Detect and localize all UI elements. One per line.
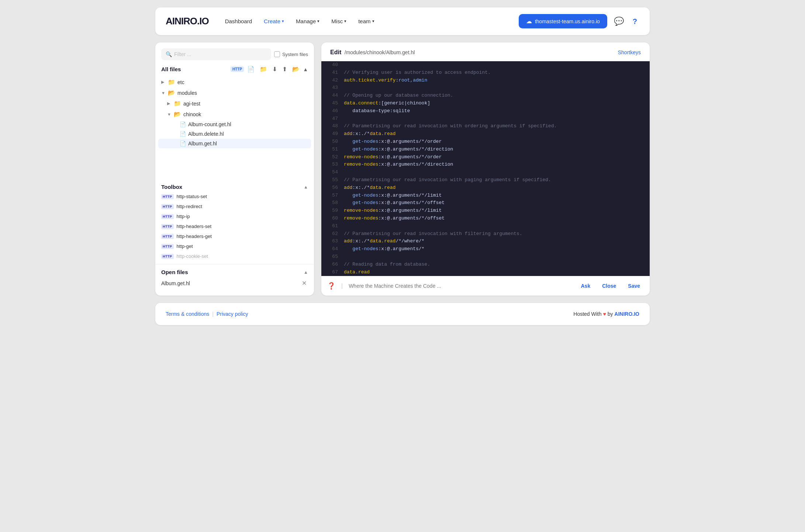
tree-item-chinook[interactable]: ▼ 📂 chinook [158, 109, 311, 120]
editor-header: Edit /modules/chinook/Album.get.hl Short… [321, 42, 650, 61]
collapse-all-button[interactable]: ▲ [303, 66, 308, 72]
new-file-button[interactable]: 📄 [245, 65, 256, 74]
file-icon: 📄 [180, 141, 186, 146]
code-line-66: 66 // Reading data from database. [321, 261, 650, 269]
toolbox-item-http-redirect[interactable]: HTTP http-redirect [158, 201, 311, 211]
upload-button[interactable]: ⬆ [280, 65, 289, 74]
help-button[interactable]: ? [630, 14, 639, 28]
privacy-link[interactable]: Privacy policy [217, 311, 248, 317]
code-line-40: 40 [321, 61, 650, 69]
folder-open-icon: 📂 [174, 111, 181, 118]
cloud-icon: ☁ [526, 18, 532, 25]
upload-folder-button[interactable]: 📂 [290, 65, 301, 74]
toolbox-collapse-button[interactable]: ▲ [304, 184, 308, 190]
toolbox-item-http-headers-set[interactable]: HTTP http-headers-set [158, 221, 311, 231]
sidebar-toolbar: All files HTTP 📄 📁 ⬇ ⬆ 📂 ▲ [155, 65, 314, 77]
code-line-54: 54 [321, 169, 650, 176]
open-files-section-header: Open files ▲ [155, 265, 314, 277]
code-table: 40 41 // Verifying user is authorized to… [321, 61, 650, 276]
nav-team[interactable]: team ▾ [354, 15, 379, 27]
http-badge: HTTP [161, 194, 174, 199]
tree-item-album-delete[interactable]: 📄 Album.delete.hl [158, 129, 311, 139]
code-line-53: 53 remove-nodes:x:@.arguments/*/directio… [321, 161, 650, 169]
nav-dashboard[interactable]: Dashboard [221, 15, 256, 27]
misc-chevron-icon: ▾ [344, 19, 346, 24]
http-badge: HTTP [161, 214, 174, 219]
editor-path: /modules/chinook/Album.get.hl [345, 49, 415, 55]
chat-button[interactable]: 💬 [612, 14, 626, 28]
close-button[interactable]: Close [598, 281, 620, 291]
search-icon: 🔍 [166, 51, 172, 57]
tree-item-etc[interactable]: ▶ 📁 etc [158, 77, 311, 87]
code-line-49: 49 add:x:./*data.read [321, 130, 650, 138]
code-line-64: 64 get-nodes:x:@.arguments/* [321, 245, 650, 253]
code-line-61: 61 [321, 222, 650, 230]
search-placeholder: Filter ... [174, 51, 191, 57]
ai-input[interactable] [349, 283, 573, 289]
folder-icon: 📂 [168, 89, 175, 96]
toolbox-item-http-headers-get[interactable]: HTTP http-headers-get [158, 231, 311, 241]
http-badge: HTTP [161, 224, 174, 229]
sidebar: 🔍 Filter ... System files All files HTTP… [155, 42, 314, 296]
footer-hosted: Hosted With ♥ by AINIRO.IO [573, 311, 639, 317]
folder-icon: 📁 [174, 100, 181, 107]
toolbox-section-header: Toolbox ▲ [155, 179, 314, 191]
etc-chevron-icon: ▶ [161, 80, 166, 84]
close-file-button[interactable]: ✕ [300, 280, 308, 287]
code-line-56: 56 add:x:./*data.read [321, 184, 650, 192]
terms-link[interactable]: Terms & conditions [166, 311, 209, 317]
nav: Dashboard Create ▾ Manage ▾ Misc ▾ team … [221, 15, 507, 27]
logo: AINIRO.IO [166, 15, 209, 27]
sidebar-search: 🔍 Filter ... System files [155, 48, 314, 65]
save-button[interactable]: Save [624, 281, 644, 291]
tree-item-album-count[interactable]: 📄 Album-count.get.hl [158, 120, 311, 129]
code-line-52: 52 remove-nodes:x:@.arguments/*/order [321, 153, 650, 161]
toolbox-item-http-ip[interactable]: HTTP http-ip [158, 211, 311, 221]
folder-icon: 📁 [168, 79, 175, 86]
search-box[interactable]: 🔍 Filter ... [161, 48, 271, 60]
system-files-checkbox[interactable] [274, 51, 280, 57]
http-badge: HTTP [161, 204, 174, 209]
code-line-46: 46 database-type:sqlite [321, 107, 650, 115]
code-line-60: 60 remove-nodes:x:@.arguments/*/offset [321, 215, 650, 222]
file-tree: ▶ 📁 etc ▼ 📂 modules ▶ 📁 agi-test [155, 77, 314, 179]
help-icon: ? [633, 17, 637, 25]
editor-title-area: Edit /modules/chinook/Album.get.hl [330, 49, 415, 56]
system-files-toggle[interactable]: System files [274, 51, 308, 57]
toolbox-item-http-status-set[interactable]: HTTP http-status-set [158, 191, 311, 201]
code-line-44: 44 // Opening up our database connection… [321, 92, 650, 100]
ask-button[interactable]: Ask [577, 281, 594, 291]
shortkeys-link[interactable]: Shortkeys [618, 49, 641, 55]
new-folder-button[interactable]: 📁 [258, 65, 269, 74]
cloud-button[interactable]: ☁ thomastest-team.us.ainiro.io [519, 14, 607, 28]
team-chevron-icon: ▾ [372, 19, 374, 24]
code-line-57: 57 get-nodes:x:@.arguments/*/limit [321, 192, 650, 200]
code-editor[interactable]: 40 41 // Verifying user is authorized to… [321, 61, 650, 276]
tree-item-agi-test[interactable]: ▶ 📁 agi-test [158, 98, 311, 109]
file-icon: 📄 [180, 131, 186, 137]
nav-misc[interactable]: Misc ▾ [327, 15, 351, 27]
file-icon: 📄 [180, 121, 186, 127]
code-line-45: 45 data.connect:[generic|chinook] [321, 100, 650, 107]
toolbox-list: HTTP http-status-set HTTP http-redirect … [155, 191, 314, 261]
tree-item-album-get[interactable]: 📄 Album.get.hl [158, 139, 311, 148]
open-files-collapse-button[interactable]: ▲ [304, 270, 308, 275]
http-badge: HTTP [161, 234, 174, 239]
toolbox-item-http-get[interactable]: HTTP http-get [158, 241, 311, 251]
code-line-67: 67 data.read [321, 269, 650, 276]
code-line-43: 43 [321, 84, 650, 92]
tree-item-modules[interactable]: ▼ 📂 modules [158, 87, 311, 98]
open-file-item[interactable]: Album.get.hl ✕ [155, 277, 314, 290]
manage-chevron-icon: ▾ [317, 19, 319, 24]
download-button[interactable]: ⬇ [270, 65, 279, 74]
editor-panel: Edit /modules/chinook/Album.get.hl Short… [321, 42, 650, 296]
modules-chevron-icon: ▼ [161, 91, 166, 95]
toolbar-icons: HTTP 📄 📁 ⬇ ⬆ 📂 ▲ [231, 65, 308, 74]
code-line-42: 42 auth.ticket.verify:root,admin [321, 77, 650, 84]
toolbox-item-http-cookie-set[interactable]: HTTP http-cookie-set [158, 251, 311, 261]
page-footer: Terms & conditions | Privacy policy Host… [155, 303, 650, 325]
nav-manage[interactable]: Manage ▾ [291, 15, 324, 27]
chat-icon: 💬 [614, 17, 624, 26]
editor-footer: ❓ | Ask Close Save [321, 276, 650, 296]
nav-create[interactable]: Create ▾ [259, 15, 289, 27]
